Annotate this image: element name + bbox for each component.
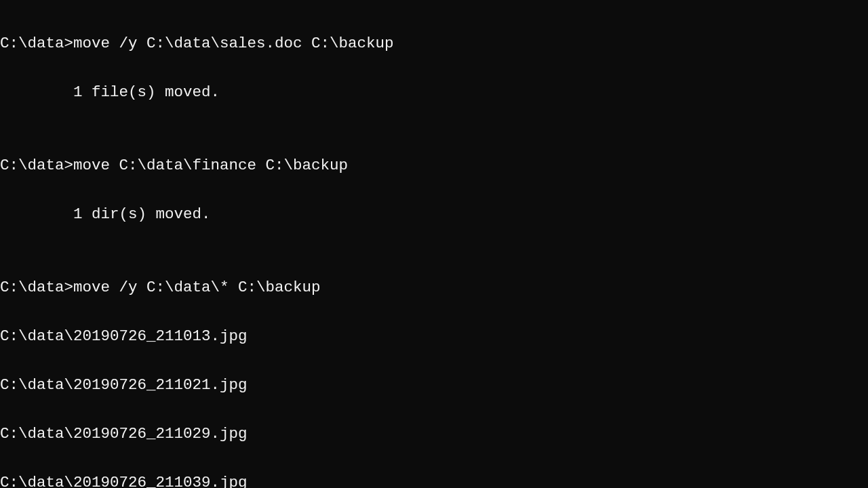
command-line: C:\data>move /y C:\data\* C:\backup [0,275,868,300]
output-line: 1 file(s) moved. [0,80,868,104]
output-line: C:\data\20190726_211021.jpg [0,373,868,397]
command-line: C:\data>move /y C:\data\sales.doc C:\bac… [0,31,868,56]
output-line: 1 dir(s) moved. [0,202,868,226]
output-line: C:\data\20190726_211039.jpg [0,470,868,488]
output-line: C:\data\20190726_211029.jpg [0,422,868,446]
command-line: C:\data>move C:\data\finance C:\backup [0,153,868,178]
output-line: C:\data\20190726_211013.jpg [0,324,868,348]
terminal-output[interactable]: C:\data>move /y C:\data\sales.doc C:\bac… [0,0,868,488]
